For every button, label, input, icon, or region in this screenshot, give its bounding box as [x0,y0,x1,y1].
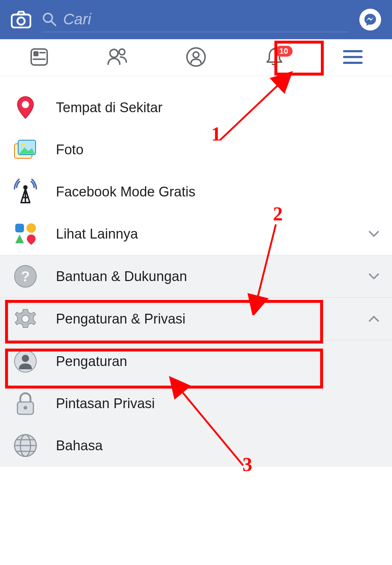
antenna-icon [12,179,38,205]
svg-point-28 [22,355,29,362]
shapes-icon [12,221,38,247]
menu-photos[interactable]: Foto [0,129,392,171]
menu-nearby-places[interactable]: Tempat di Sekitar [0,86,392,129]
menu-list: Tempat di Sekitar Foto Facebook Mode Gra… [0,76,392,467]
menu-privacy-shortcuts[interactable]: Pintasan Privasi [0,382,392,424]
menu-item-label: Lihat Lainnya [56,226,367,242]
friends-icon [106,47,129,69]
pin-icon [12,94,38,121]
search-input[interactable] [63,11,348,28]
lock-icon [12,390,38,416]
svg-point-26 [22,315,29,322]
menu-item-label: Facebook Mode Gratis [56,184,381,200]
svg-point-23 [26,223,36,233]
svg-text:?: ? [21,268,30,284]
search-icon [42,12,57,27]
menu-item-label: Pengaturan & Privasi [56,311,367,327]
chevron-down-icon [367,227,381,241]
menu-item-label: Bahasa [56,438,381,454]
profile-icon [186,47,206,69]
menu-item-label: Pintasan Privasi [56,396,381,411]
svg-point-1 [17,17,25,25]
menu-item-label: Pengaturan [56,354,381,369]
menu-item-label: Tempat di Sekitar [56,100,381,115]
menu-settings-privacy[interactable]: Pengaturan & Privasi [0,298,392,340]
camera-icon[interactable] [11,11,31,28]
user-icon [12,348,38,374]
svg-rect-0 [12,15,30,28]
menu-settings[interactable]: Pengaturan [0,340,392,382]
messenger-icon[interactable] [359,9,381,31]
globe-icon [12,432,38,459]
top-header [0,0,392,39]
menu-help-support[interactable]: ? Bantuan & Dukungan [0,255,392,297]
svg-line-3 [51,21,56,25]
menu-item-label: Bantuan & Dukungan [56,269,367,284]
help-icon: ? [12,263,38,289]
svg-point-15 [22,101,29,108]
notification-badge: 10 [275,46,293,57]
tab-profile[interactable] [157,39,235,76]
menu-see-more[interactable]: Lihat Lainnya [0,213,392,255]
feed-icon [29,47,49,69]
search-bar[interactable] [42,7,348,32]
svg-point-18 [21,143,25,146]
photos-icon [12,137,38,163]
chevron-down-icon [367,269,381,284]
chevron-up-icon [367,312,381,326]
tab-bar: 10 [0,39,392,76]
hamburger-icon [343,49,363,66]
tab-friends[interactable] [78,39,157,76]
menu-free-mode[interactable]: Facebook Mode Gratis [0,171,392,213]
annotation-number-3: 3 [242,453,252,476]
svg-point-8 [110,49,118,57]
svg-rect-4 [31,49,47,65]
svg-point-11 [193,52,199,58]
annotation-number-1: 1 [211,123,221,145]
svg-rect-22 [15,224,24,232]
gear-icon [12,306,38,332]
svg-point-30 [24,406,27,410]
annotation-number-2: 2 [273,203,283,225]
svg-rect-5 [33,51,38,56]
menu-language[interactable]: Bahasa [0,424,392,467]
tab-notifications[interactable]: 10 [235,39,314,76]
svg-point-9 [119,49,125,55]
tab-menu[interactable] [314,39,392,76]
tab-feed[interactable] [0,39,78,76]
